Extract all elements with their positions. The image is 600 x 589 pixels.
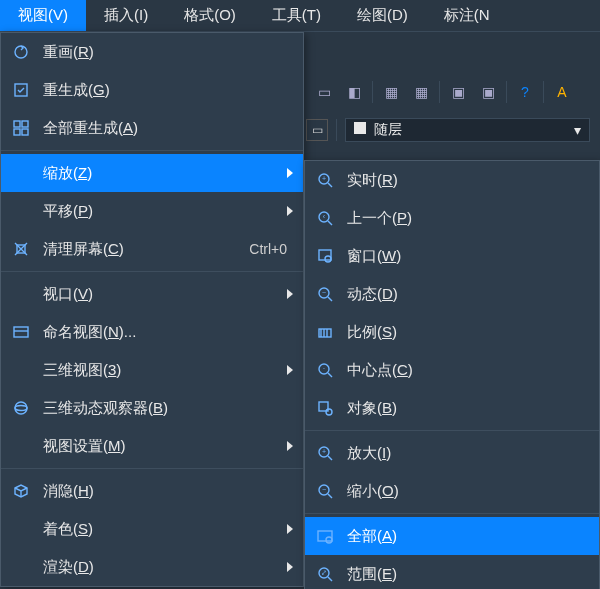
view-menu-item[interactable]: 缩放(Z) bbox=[1, 154, 303, 192]
menu-item-label: 渲染(D) bbox=[43, 558, 281, 577]
svg-point-22 bbox=[326, 409, 332, 415]
menu-item-label: 放大(I) bbox=[347, 444, 391, 463]
menu-item-label: 全部(A) bbox=[347, 527, 397, 546]
menubar-item[interactable]: 绘图(D) bbox=[339, 0, 426, 31]
view-menu-item[interactable]: 命名视图(N)... bbox=[1, 313, 303, 351]
clean-screen-icon bbox=[9, 237, 33, 261]
zoom-rt-icon: + bbox=[313, 168, 337, 192]
menu-item-label: 中心点(C) bbox=[347, 361, 413, 380]
zoom-in-icon: + bbox=[313, 441, 337, 465]
svg-point-9 bbox=[15, 406, 27, 411]
blank-icon bbox=[9, 199, 33, 223]
menu-item-label: 比例(S) bbox=[347, 323, 397, 342]
menubar-item[interactable]: 标注(N bbox=[426, 0, 508, 31]
color-swatch bbox=[354, 122, 366, 134]
menubar-item[interactable]: 插入(I) bbox=[86, 0, 166, 31]
view-menu: 重画(R)重生成(G)全部重生成(A)缩放(Z)平移(P)清理屏幕(C)Ctrl… bbox=[0, 32, 304, 587]
zoom-submenu-item[interactable]: ‹上一个(P) bbox=[305, 199, 599, 237]
view-menu-item[interactable]: 视图设置(M) bbox=[1, 427, 303, 465]
orbit-icon bbox=[9, 396, 33, 420]
toolbar-button[interactable]: ◧ bbox=[342, 80, 366, 104]
menu-item-label: 着色(S) bbox=[43, 520, 281, 539]
view-menu-item[interactable]: 重画(R) bbox=[1, 33, 303, 71]
svg-text:+: + bbox=[322, 448, 326, 455]
toolbar-button[interactable]: ▦ bbox=[409, 80, 433, 104]
toolbar-button[interactable]: ▣ bbox=[446, 80, 470, 104]
separator bbox=[305, 430, 599, 431]
menu-item-label: 缩放(Z) bbox=[43, 164, 281, 183]
zoom-all-icon bbox=[313, 524, 337, 548]
view-menu-item[interactable]: 清理屏幕(C)Ctrl+0 bbox=[1, 230, 303, 268]
view-menu-item[interactable]: 渲染(D) bbox=[1, 548, 303, 586]
toolbar-button[interactable]: ▭ bbox=[312, 80, 336, 104]
view-menu-item[interactable]: 三维视图(3) bbox=[1, 351, 303, 389]
shortcut-label: Ctrl+0 bbox=[249, 241, 287, 257]
menu-item-label: 视口(V) bbox=[43, 285, 281, 304]
menu-item-label: 重画(R) bbox=[43, 43, 293, 62]
menu-item-label: 三维动态观察器(B) bbox=[43, 399, 293, 418]
toolbar-button[interactable]: ▣ bbox=[476, 80, 500, 104]
submenu-arrow-icon bbox=[287, 365, 293, 375]
separator bbox=[1, 150, 303, 151]
layer-tool-icon[interactable]: ▭ bbox=[306, 119, 328, 141]
chevron-down-icon: ▾ bbox=[574, 122, 581, 138]
menu-item-label: 实时(R) bbox=[347, 171, 398, 190]
submenu-arrow-icon bbox=[287, 562, 293, 572]
zoom-submenu-item[interactable]: 比例(S) bbox=[305, 313, 599, 351]
blank-icon bbox=[9, 434, 33, 458]
svg-rect-1 bbox=[15, 84, 27, 96]
zoom-submenu: +实时(R)‹上一个(P)窗口(W)~动态(D)比例(S)·中心点(C)对象(B… bbox=[304, 160, 600, 589]
view-menu-item[interactable]: 消隐(H) bbox=[1, 472, 303, 510]
zoom-dynamic-icon: ~ bbox=[313, 282, 337, 306]
separator bbox=[543, 81, 544, 103]
separator bbox=[439, 81, 440, 103]
zoom-submenu-item[interactable]: 全部(A) bbox=[305, 517, 599, 555]
menu-item-label: 平移(P) bbox=[43, 202, 281, 221]
menu-item-label: 重生成(G) bbox=[43, 81, 293, 100]
menu-item-label: 窗口(W) bbox=[347, 247, 401, 266]
regen-icon bbox=[9, 78, 33, 102]
zoom-submenu-item[interactable]: 对象(B) bbox=[305, 389, 599, 427]
view-menu-item[interactable]: 着色(S) bbox=[1, 510, 303, 548]
submenu-arrow-icon bbox=[287, 289, 293, 299]
view-menu-item[interactable]: 平移(P) bbox=[1, 192, 303, 230]
blank-icon bbox=[9, 517, 33, 541]
svg-rect-27 bbox=[318, 531, 332, 541]
view-menu-item[interactable]: 视口(V) bbox=[1, 275, 303, 313]
redraw-icon bbox=[9, 40, 33, 64]
help-icon[interactable]: ? bbox=[513, 80, 537, 104]
layer-select[interactable]: 随层 ▾ bbox=[345, 118, 590, 142]
menu-item-label: 清理屏幕(C) bbox=[43, 240, 249, 259]
separator bbox=[1, 271, 303, 272]
menubar-item[interactable]: 格式(O) bbox=[166, 0, 254, 31]
zoom-submenu-item[interactable]: ~动态(D) bbox=[305, 275, 599, 313]
zoom-submenu-item[interactable]: ·中心点(C) bbox=[305, 351, 599, 389]
zoom-submenu-item[interactable]: ⤢范围(E) bbox=[305, 555, 599, 589]
toolbar-button[interactable]: ▦ bbox=[379, 80, 403, 104]
view-menu-item[interactable]: 全部重生成(A) bbox=[1, 109, 303, 147]
regen-all-icon bbox=[9, 116, 33, 140]
menu-item-label: 上一个(P) bbox=[347, 209, 412, 228]
svg-text:⤢: ⤢ bbox=[321, 569, 327, 576]
menubar-item[interactable]: 工具(T) bbox=[254, 0, 339, 31]
svg-rect-5 bbox=[22, 129, 28, 135]
blank-icon bbox=[9, 282, 33, 306]
zoom-center-icon: · bbox=[313, 358, 337, 382]
zoom-extents-icon: ⤢ bbox=[313, 562, 337, 586]
submenu-arrow-icon bbox=[287, 168, 293, 178]
zoom-submenu-item[interactable]: +放大(I) bbox=[305, 434, 599, 472]
zoom-submenu-item[interactable]: 窗口(W) bbox=[305, 237, 599, 275]
separator bbox=[1, 468, 303, 469]
toolbar-button[interactable]: A bbox=[550, 80, 574, 104]
hide-icon bbox=[9, 479, 33, 503]
menu-item-label: 消隐(H) bbox=[43, 482, 293, 501]
zoom-prev-icon: ‹ bbox=[313, 206, 337, 230]
view-menu-item[interactable]: 重生成(G) bbox=[1, 71, 303, 109]
zoom-submenu-item[interactable]: +实时(R) bbox=[305, 161, 599, 199]
menu-item-label: 范围(E) bbox=[347, 565, 397, 584]
menu-item-label: 全部重生成(A) bbox=[43, 119, 293, 138]
zoom-submenu-item[interactable]: −缩小(O) bbox=[305, 472, 599, 510]
svg-text:‹: ‹ bbox=[323, 213, 326, 220]
menubar-item[interactable]: 视图(V) bbox=[0, 0, 86, 31]
view-menu-item[interactable]: 三维动态观察器(B) bbox=[1, 389, 303, 427]
